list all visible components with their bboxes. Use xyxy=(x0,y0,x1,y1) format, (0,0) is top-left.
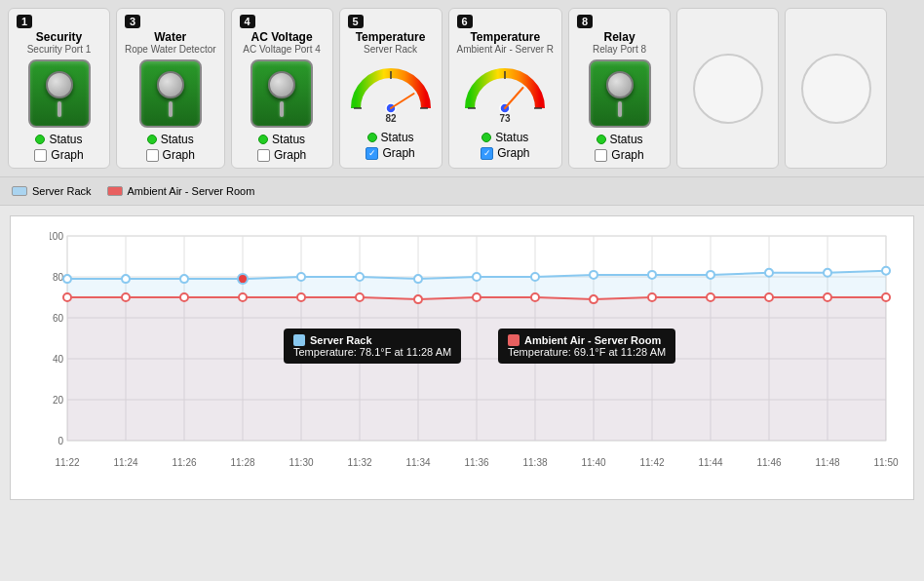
svg-point-60 xyxy=(356,273,364,281)
sensor-subtitle-8: Relay Port 8 xyxy=(593,44,646,55)
status-label-8: Status xyxy=(610,133,643,146)
sensor-widget-4 xyxy=(247,58,317,129)
sensor-badge-5: 5 xyxy=(348,15,364,28)
status-dot-3 xyxy=(147,135,157,144)
sensor-subtitle-6: Ambient Air - Server R xyxy=(457,44,554,55)
switch-circle xyxy=(268,71,295,98)
sensor-title-3: Water xyxy=(154,30,186,44)
legend-color-0 xyxy=(12,186,27,196)
svg-text:11:32: 11:32 xyxy=(347,457,371,468)
status-dot-8 xyxy=(597,135,606,144)
svg-text:11:24: 11:24 xyxy=(113,457,137,468)
gauge-svg-6: 73 xyxy=(462,58,548,128)
svg-point-69 xyxy=(882,267,890,275)
svg-text:80: 80 xyxy=(53,272,64,283)
legend-item-0: Server Rack xyxy=(12,185,92,197)
svg-text:11:38: 11:38 xyxy=(522,457,547,468)
switch-8[interactable] xyxy=(589,59,651,128)
graph-checkbox-6[interactable] xyxy=(481,147,493,160)
status-label-4: Status xyxy=(272,133,305,146)
sensor-widget-6: 73 xyxy=(462,58,548,127)
switch-line xyxy=(280,101,284,117)
sensor-title-5: Temperature xyxy=(356,30,426,44)
svg-point-57 xyxy=(180,275,188,283)
svg-point-84 xyxy=(882,293,890,301)
svg-point-56 xyxy=(122,275,130,283)
svg-point-82 xyxy=(765,293,773,301)
legend-label-0: Server Rack xyxy=(32,185,92,197)
sensor-card-empty-1 xyxy=(785,8,887,169)
graph-checkbox-8[interactable] xyxy=(595,149,607,162)
svg-point-79 xyxy=(590,295,597,303)
sensor-badge-3: 3 xyxy=(125,15,140,28)
switch-line xyxy=(618,101,622,117)
svg-text:11:44: 11:44 xyxy=(698,457,722,468)
graph-checkbox-5[interactable] xyxy=(366,147,378,160)
sensor-card-8: 8RelayRelay Port 8 StatusGraph xyxy=(568,8,671,169)
switch-circle xyxy=(606,71,634,98)
sensor-widget-8 xyxy=(585,58,655,129)
svg-line-10 xyxy=(505,88,523,108)
graph-label-6: Graph xyxy=(497,146,529,160)
sensor-subtitle-4: AC Voltage Port 4 xyxy=(243,44,321,55)
graph-checkbox-1[interactable] xyxy=(34,149,47,162)
empty-gauge-0 xyxy=(693,54,763,124)
graph-row-8: Graph xyxy=(595,148,643,162)
graph-checkbox-4[interactable] xyxy=(257,149,270,162)
svg-text:11:40: 11:40 xyxy=(581,457,605,468)
svg-text:11:28: 11:28 xyxy=(230,457,254,468)
graph-label-8: Graph xyxy=(611,148,643,162)
sensor-card-4: 4AC VoltageAC Voltage Port 4 StatusGraph xyxy=(231,8,333,169)
switch-1[interactable] xyxy=(28,59,91,128)
svg-text:11:26: 11:26 xyxy=(172,457,196,468)
svg-point-62 xyxy=(473,273,481,281)
sensor-card-5: 5TemperatureServer Rack 82 StatusGraph xyxy=(339,8,443,169)
legend-item-1: Ambient Air - Server Room xyxy=(107,185,255,197)
status-row-1: Status xyxy=(35,133,82,146)
graph-checkbox-3[interactable] xyxy=(146,149,159,162)
svg-text:11:46: 11:46 xyxy=(756,457,781,468)
status-row-4: Status xyxy=(258,133,305,146)
graph-row-1: Graph xyxy=(34,148,83,162)
sensor-badge-6: 6 xyxy=(457,15,473,28)
svg-text:82: 82 xyxy=(385,113,397,124)
svg-text:73: 73 xyxy=(500,113,512,124)
svg-point-83 xyxy=(824,293,831,301)
sensor-subtitle-1: Security Port 1 xyxy=(27,44,92,55)
status-row-3: Status xyxy=(147,133,194,146)
svg-text:11:22: 11:22 xyxy=(55,457,79,468)
svg-point-63 xyxy=(531,273,539,281)
svg-point-74 xyxy=(297,293,305,301)
sensor-badge-1: 1 xyxy=(17,15,32,28)
svg-point-64 xyxy=(590,271,597,279)
svg-line-4 xyxy=(391,94,414,108)
svg-point-61 xyxy=(414,275,422,283)
chart-area: 02040608010011:2211:2411:2611:2811:3011:… xyxy=(10,215,914,500)
legend-bar: Server RackAmbient Air - Server Room xyxy=(0,177,924,206)
switch-4[interactable] xyxy=(250,59,313,128)
sensor-widget-3 xyxy=(135,58,206,129)
switch-3[interactable] xyxy=(139,59,202,128)
svg-point-80 xyxy=(648,293,656,301)
switch-line xyxy=(169,101,173,117)
sensor-badge-8: 8 xyxy=(577,15,593,28)
sensor-badge-4: 4 xyxy=(240,15,255,28)
empty-gauge-1 xyxy=(801,54,871,124)
status-label-6: Status xyxy=(495,131,528,144)
svg-point-65 xyxy=(648,271,656,279)
legend-label-1: Ambient Air - Server Room xyxy=(128,185,255,197)
temperature-chart: 02040608010011:2211:2411:2611:2811:3011:… xyxy=(50,226,904,470)
graph-label-1: Graph xyxy=(51,148,83,162)
svg-text:11:30: 11:30 xyxy=(289,457,313,468)
svg-text:100: 100 xyxy=(50,231,63,242)
sensor-title-1: Security xyxy=(36,30,82,44)
switch-circle xyxy=(157,71,184,98)
svg-text:11:48: 11:48 xyxy=(815,457,839,468)
sensor-card-3: 3WaterRope Water Detector StatusGraph xyxy=(116,8,225,169)
svg-point-72 xyxy=(180,293,188,301)
svg-point-78 xyxy=(531,293,539,301)
status-dot-5 xyxy=(367,133,377,142)
sensor-panel: 1SecuritySecurity Port 1 StatusGraph3Wat… xyxy=(0,0,924,177)
status-label-3: Status xyxy=(161,133,194,146)
svg-text:40: 40 xyxy=(53,354,64,365)
